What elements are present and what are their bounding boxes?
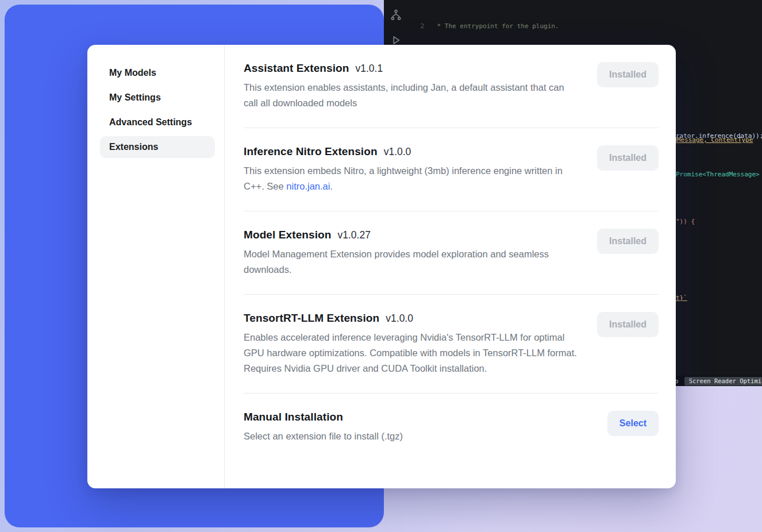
installed-button[interactable]: Installed: [597, 62, 659, 87]
extension-description: This extension enables assistants, inclu…: [244, 80, 578, 111]
code-fragment: Promise<ThreadMessage>: [676, 171, 760, 178]
installed-button[interactable]: Installed: [597, 312, 659, 337]
git-fork-icon[interactable]: [390, 9, 402, 23]
extension-title: Model Extension: [244, 229, 331, 241]
sidebar-item-extensions[interactable]: Extensions: [100, 136, 215, 158]
extension-row-nitro: Inference Nitro Extension v1.0.0 This ex…: [244, 128, 659, 211]
code-text: * The entrypoint for the plugin.: [433, 22, 559, 32]
sidebar-item-my-settings[interactable]: My Settings: [100, 87, 215, 109]
extension-row-tensorrt: TensortRT-LLM Extension v1.0.0 Enables a…: [244, 295, 659, 394]
code-fragment: ")) {: [676, 218, 695, 225]
extension-description: Enables accelerated inference leveraging…: [244, 330, 578, 376]
extension-version: v1.0.1: [356, 63, 383, 75]
manual-installation-row: Manual Installation Select an extension …: [244, 394, 659, 461]
extension-row-assistant: Assistant Extension v1.0.1 This extensio…: [244, 45, 659, 128]
section-description: Select an extension file to install (.tg…: [244, 429, 403, 444]
extension-title: Assistant Extension: [244, 62, 349, 75]
extension-title: TensortRT-LLM Extension: [244, 312, 379, 325]
code-fragment: rator.inference(data));: [676, 132, 762, 140]
extension-row-model: Model Extension v1.0.27 Model Management…: [244, 211, 659, 295]
select-file-button[interactable]: Select: [607, 411, 659, 436]
extension-version: v1.0.0: [386, 313, 413, 325]
extension-description: This extension embeds Nitro, a lightweig…: [244, 163, 578, 194]
line-number: 2: [409, 22, 424, 32]
extension-version: v1.0.0: [384, 146, 411, 158]
code-fragment: t}`: [676, 294, 687, 302]
extension-description: Model Management Extension provides mode…: [244, 246, 578, 277]
settings-sidebar: My Models My Settings Advanced Settings …: [87, 45, 225, 488]
installed-button[interactable]: Installed: [597, 229, 659, 254]
extensions-list: Assistant Extension v1.0.1 This extensio…: [225, 45, 676, 488]
sidebar-item-advanced-settings[interactable]: Advanced Settings: [100, 111, 215, 133]
section-title: Manual Installation: [244, 411, 343, 423]
nitro-jan-ai-link[interactable]: nitro.jan.ai: [286, 181, 330, 191]
extension-version: v1.0.27: [337, 229, 370, 241]
screen-reader-optimized-button[interactable]: Screen Reader Optimized: [684, 377, 762, 385]
sidebar-item-my-models[interactable]: My Models: [100, 62, 215, 84]
settings-dialog: My Models My Settings Advanced Settings …: [87, 45, 676, 488]
extension-title: Inference Nitro Extension: [244, 145, 378, 158]
installed-button[interactable]: Installed: [597, 145, 659, 171]
